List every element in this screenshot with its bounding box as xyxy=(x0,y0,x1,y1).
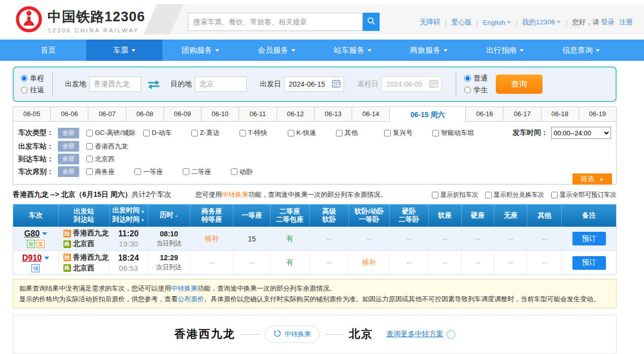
col-duration-sortable[interactable]: 历时▲ xyxy=(148,204,191,227)
swap-stations-icon[interactable] xyxy=(147,79,160,89)
accessibility-link[interactable]: 无障碍 xyxy=(420,18,440,27)
checkbox[interactable] xyxy=(551,192,558,198)
depart-date-field[interactable] xyxy=(284,77,344,92)
published-price-link[interactable]: 公布票价 xyxy=(178,295,204,303)
date-tab[interactable]: 06-09 xyxy=(164,107,201,122)
filter-checkbox[interactable] xyxy=(191,130,198,136)
more-transfer-plans-link[interactable]: 查询更多中转方案 xyxy=(387,330,444,339)
date-tab[interactable]: 06-18 xyxy=(541,107,579,122)
from-station-input[interactable] xyxy=(89,77,141,92)
book-button[interactable]: 预订 xyxy=(572,256,606,270)
filter-option[interactable]: D-动车 xyxy=(143,128,191,137)
filter-collapse-button[interactable]: 筛选 ▲ xyxy=(572,173,612,185)
normal-passenger-radio-input[interactable] xyxy=(464,75,471,82)
filter-option[interactable]: 其他 xyxy=(336,128,384,137)
nav-item-tickets[interactable]: 车票 xyxy=(86,40,162,61)
round-trip-radio-input[interactable] xyxy=(21,87,27,93)
nav-item-group-services[interactable]: 团购服务 xyxy=(162,40,239,61)
show-all-bookable-checkbox[interactable]: 显示全部可预订车次 xyxy=(551,191,617,199)
sort-asc-icon[interactable]: ▲ xyxy=(175,214,179,218)
date-tab[interactable]: 06-16 xyxy=(466,107,503,122)
nav-item-station-services[interactable]: 站车服务 xyxy=(315,40,391,61)
filter-option[interactable]: 动卧 xyxy=(231,167,279,176)
date-tab[interactable]: 06-07 xyxy=(88,107,126,122)
show-points-checkbox[interactable]: 显示积分兑换车次 xyxy=(485,191,545,199)
search-button[interactable] xyxy=(363,13,380,31)
filter-option[interactable]: T-特快 xyxy=(240,128,288,137)
calendar-icon[interactable] xyxy=(332,79,341,90)
logo[interactable]: 中国铁路12306 12306 CHINA RAILWAY xyxy=(15,6,145,35)
filter-checkbox[interactable] xyxy=(86,143,93,150)
filter-option[interactable]: 香港西九龙 xyxy=(86,142,143,151)
login-link[interactable]: 登录 xyxy=(601,18,615,27)
query-button[interactable]: 查询 xyxy=(496,75,543,94)
transfer-pill-button[interactable]: 中转换乘 xyxy=(265,326,320,343)
nav-item-info-query[interactable]: 信息查询 xyxy=(543,40,619,61)
one-way-radio[interactable]: 单程 xyxy=(21,74,44,83)
filter-checkbox[interactable] xyxy=(240,130,246,136)
checkbox[interactable] xyxy=(432,192,438,198)
date-tab[interactable]: 06-17 xyxy=(503,107,541,122)
sort-asc-icon[interactable]: ▲ xyxy=(141,209,145,214)
date-tab[interactable]: 06-10 xyxy=(201,107,239,122)
filter-option[interactable]: K-快速 xyxy=(288,128,336,137)
date-tab[interactable]: 06-19 xyxy=(579,107,617,122)
date-tab[interactable]: 06-05 xyxy=(13,107,51,122)
one-way-radio-input[interactable] xyxy=(21,75,27,82)
filter-checkbox[interactable] xyxy=(86,130,93,136)
normal-passenger-radio[interactable]: 普通 xyxy=(464,74,488,83)
filter-checkbox[interactable] xyxy=(143,130,150,136)
english-link[interactable]: English xyxy=(483,19,511,26)
date-tab[interactable]: 06-11 xyxy=(239,107,277,122)
date-tab[interactable]: 06-06 xyxy=(51,107,88,122)
all-button-seat-class[interactable]: 全部 xyxy=(58,166,79,177)
book-button[interactable]: 预订 xyxy=(572,232,606,245)
date-tab-active[interactable]: 06-15 周六 xyxy=(390,106,466,123)
to-station-input[interactable] xyxy=(195,77,247,92)
transfer-link[interactable]: 中转换乘 xyxy=(171,285,197,292)
filter-option[interactable]: 北京西 xyxy=(86,155,143,164)
round-trip-radio[interactable]: 往返 xyxy=(21,86,44,95)
transfer-tip-link[interactable]: 中转换乘 xyxy=(222,191,248,198)
nav-item-business-travel[interactable]: 商旅服务 xyxy=(391,40,467,61)
date-tab[interactable]: 06-08 xyxy=(126,107,164,122)
filter-checkbox[interactable] xyxy=(384,130,391,136)
all-button-arrive-station[interactable]: 全部 xyxy=(58,154,79,164)
depart-time-select[interactable]: 00:00--24:00 xyxy=(551,127,611,139)
depart-date-input[interactable] xyxy=(289,80,329,88)
expand-train-icon[interactable] xyxy=(44,257,49,260)
train-number-link[interactable]: D910 xyxy=(22,254,42,263)
nav-item-member-services[interactable]: 会员服务 xyxy=(239,40,315,61)
filter-checkbox[interactable] xyxy=(86,156,93,162)
checkbox[interactable] xyxy=(485,192,492,198)
nav-item-travel-guide[interactable]: 出行指南 xyxy=(467,40,543,61)
filter-option[interactable]: 二等座 xyxy=(183,167,231,176)
date-tab[interactable]: 06-13 xyxy=(315,107,352,122)
register-link[interactable]: 注册 xyxy=(619,18,633,27)
date-tab[interactable]: 06-12 xyxy=(277,107,315,122)
filter-option[interactable]: Z-直达 xyxy=(191,128,240,137)
filter-checkbox[interactable] xyxy=(231,168,238,175)
filter-checkbox[interactable] xyxy=(336,130,343,136)
filter-checkbox[interactable] xyxy=(183,168,189,175)
col-times-sortable[interactable]: 出发时间▲到达时间▼ xyxy=(110,204,148,227)
student-passenger-radio[interactable]: 学生 xyxy=(464,86,488,95)
filter-option[interactable]: 复兴号 xyxy=(384,128,432,137)
filter-checkbox[interactable] xyxy=(432,130,439,136)
all-button-depart-station[interactable]: 全部 xyxy=(58,141,79,152)
nav-item-home[interactable]: 首页 xyxy=(10,40,86,61)
filter-option[interactable]: 商务座 xyxy=(86,167,134,176)
filter-option[interactable]: GC-高铁/城际 xyxy=(86,128,143,137)
expand-train-icon[interactable] xyxy=(42,232,47,235)
filter-checkbox[interactable] xyxy=(288,130,294,136)
care-version-link[interactable]: 爱心版 xyxy=(451,18,472,27)
train-number-link[interactable]: G80 xyxy=(24,229,40,238)
show-discount-checkbox[interactable]: 显示折扣车次 xyxy=(432,191,479,199)
date-tab[interactable]: 06-14 xyxy=(352,107,390,122)
my12306-link[interactable]: 我的12306 xyxy=(522,18,561,27)
filter-checkbox[interactable] xyxy=(134,168,141,175)
sort-desc-icon[interactable]: ▼ xyxy=(141,218,145,223)
student-passenger-radio-input[interactable] xyxy=(464,87,471,93)
search-input[interactable] xyxy=(188,13,363,31)
filter-option[interactable]: 智能动车组 xyxy=(432,128,488,137)
